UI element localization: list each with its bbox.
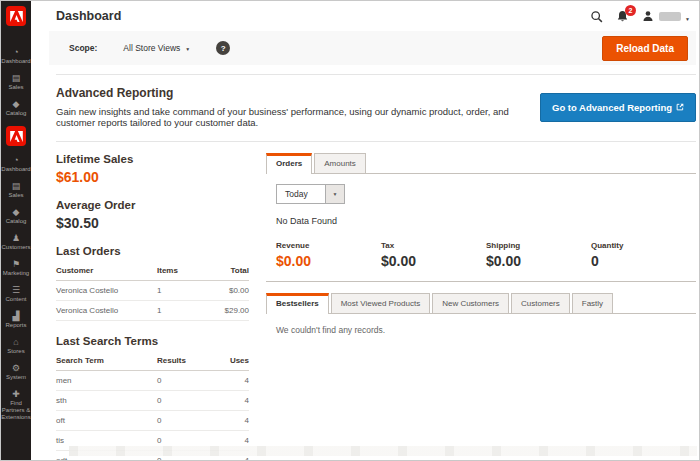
tab-bestsellers[interactable]: Bestsellers bbox=[266, 293, 329, 314]
sidebar-nav-top: ◔ Dashboard ▤ Sales ◆ Catalog bbox=[1, 42, 31, 120]
metric-tax: Tax $0.00 bbox=[381, 241, 486, 269]
bestsellers-tabs: Bestsellers Most Viewed Products New Cus… bbox=[266, 293, 696, 314]
system-icon: ⚙ bbox=[1, 363, 31, 373]
account-menu[interactable] bbox=[642, 7, 690, 25]
average-order-stat: Average Order $30.50 bbox=[56, 199, 249, 231]
stats-column: Lifetime Sales $61.00 Average Order $30.… bbox=[56, 153, 249, 461]
sidebar-item-content[interactable]: ☰ Content bbox=[1, 280, 31, 306]
help-icon[interactable] bbox=[216, 41, 230, 55]
dashboard-grid: Lifetime Sales $61.00 Average Order $30.… bbox=[56, 142, 696, 461]
sidebar: ◔ Dashboard ▤ Sales ◆ Catalog ◔ Dashboar… bbox=[1, 1, 31, 460]
last-search-terms-title: Last Search Terms bbox=[56, 335, 249, 347]
main-content: Dashboard 2 Scope: All Store Views bbox=[31, 1, 700, 460]
marketing-icon: ⚑ bbox=[1, 259, 31, 269]
catalog-icon: ◆ bbox=[1, 207, 31, 217]
no-data-text: No Data Found bbox=[276, 216, 696, 226]
sidebar-item-dashboard[interactable]: ◔ Dashboard bbox=[1, 150, 31, 176]
average-order-label: Average Order bbox=[56, 199, 249, 211]
tab-new-customers[interactable]: New Customers bbox=[432, 293, 509, 313]
tab-amounts[interactable]: Amounts bbox=[314, 153, 366, 173]
advanced-reporting-banner: Advanced Reporting Gain new insights and… bbox=[56, 74, 696, 142]
store-view-switcher[interactable]: All Store Views bbox=[123, 43, 190, 53]
metric-shipping: Shipping $0.00 bbox=[486, 241, 591, 269]
orders-panel-body: Today No Data Found Revenue $0.00 Tax bbox=[266, 174, 696, 281]
sidebar-item-sales[interactable]: ▤ Sales bbox=[1, 68, 31, 94]
lifetime-sales-stat: Lifetime Sales $61.00 bbox=[56, 153, 249, 185]
last-orders-title: Last Orders bbox=[56, 245, 249, 257]
reports-icon: ▟ bbox=[1, 311, 31, 321]
col-customer: Customer bbox=[56, 262, 157, 281]
chevron-down-icon bbox=[185, 43, 190, 53]
reports-column: Orders Amounts Today No Data Found Reven… bbox=[266, 153, 696, 461]
sales-icon: ▤ bbox=[1, 181, 31, 191]
sales-icon: ▤ bbox=[1, 73, 31, 83]
orders-tabs: Orders Amounts bbox=[266, 153, 696, 174]
sidebar-item-system[interactable]: ⚙ System bbox=[1, 358, 31, 384]
sidebar-item-customers[interactable]: ♟ Customers bbox=[1, 228, 31, 254]
last-orders-section: Last Orders Customer Items Total Veronic… bbox=[56, 245, 249, 321]
table-row: Veronica Costello 1 $0.00 bbox=[56, 281, 249, 301]
customers-icon: ♟ bbox=[1, 233, 31, 243]
magento-admin-dashboard: ◔ Dashboard ▤ Sales ◆ Catalog ◔ Dashboar… bbox=[0, 0, 700, 461]
header-actions: 2 bbox=[590, 7, 690, 25]
no-records-text: We couldn't find any records. bbox=[276, 325, 696, 335]
sidebar-item-stores[interactable]: ⌂ Stores bbox=[1, 332, 31, 358]
advanced-reporting-description: Gain new insights and take command of yo… bbox=[56, 106, 540, 128]
scope-label: Scope: bbox=[69, 43, 97, 53]
tab-fastly[interactable]: Fastly bbox=[572, 293, 613, 313]
bestsellers-panel-body: We couldn't find any records. bbox=[266, 314, 696, 335]
username-redacted bbox=[659, 12, 681, 21]
content-icon: ☰ bbox=[1, 285, 31, 295]
sidebar-item-sales[interactable]: ▤ Sales bbox=[1, 176, 31, 202]
sidebar-item-marketing[interactable]: ⚑ Marketing bbox=[1, 254, 31, 280]
stores-icon: ⌂ bbox=[1, 337, 31, 347]
tab-customers[interactable]: Customers bbox=[511, 293, 570, 313]
table-row: men 0 4 bbox=[56, 371, 249, 391]
sidebar-item-dashboard[interactable]: ◔ Dashboard bbox=[1, 42, 31, 68]
sidebar-item-catalog[interactable]: ◆ Catalog bbox=[1, 202, 31, 228]
col-results: Results bbox=[157, 352, 209, 371]
sidebar-item-reports[interactable]: ▟ Reports bbox=[1, 306, 31, 332]
dashboard-icon: ◔ bbox=[1, 155, 31, 165]
go-to-advanced-reporting-button[interactable]: Go to Advanced Reporting bbox=[540, 93, 696, 122]
footer-watermark bbox=[69, 446, 697, 456]
lifetime-sales-label: Lifetime Sales bbox=[56, 153, 249, 165]
period-select[interactable]: Today bbox=[276, 184, 345, 204]
order-metrics: Revenue $0.00 Tax $0.00 Shipping $0.00 bbox=[276, 241, 696, 281]
last-search-terms-table: Search Term Results Uses men 0 4 bbox=[56, 352, 249, 461]
scope-bar: Scope: All Store Views Reload Data bbox=[49, 31, 696, 65]
advanced-reporting-title: Advanced Reporting bbox=[56, 86, 540, 100]
sidebar-nav-main: ◔ Dashboard ▤ Sales ◆ Catalog ♟ Customer… bbox=[1, 150, 31, 424]
table-row: sth 0 4 bbox=[56, 391, 249, 411]
advanced-reporting-text: Advanced Reporting Gain new insights and… bbox=[56, 86, 540, 128]
find-partners-icon: ✚ bbox=[1, 389, 31, 399]
metric-quantity: Quantity 0 bbox=[591, 241, 696, 269]
catalog-icon: ◆ bbox=[1, 99, 31, 109]
sidebar-item-find-partners[interactable]: ✚ Find Partners & Extensions bbox=[1, 384, 31, 424]
notification-badge: 2 bbox=[625, 5, 636, 16]
sidebar-item-label: Dashboard bbox=[1, 58, 31, 65]
col-search-term: Search Term bbox=[56, 352, 157, 371]
col-total: Total bbox=[209, 262, 249, 281]
lifetime-sales-value: $61.00 bbox=[56, 169, 249, 185]
reload-data-button[interactable]: Reload Data bbox=[602, 36, 688, 61]
tab-most-viewed-products[interactable]: Most Viewed Products bbox=[331, 293, 430, 313]
tab-orders[interactable]: Orders bbox=[266, 153, 312, 174]
sidebar-item-catalog[interactable]: ◆ Catalog bbox=[1, 94, 31, 120]
last-orders-table: Customer Items Total Veronica Costello 1… bbox=[56, 262, 249, 321]
chevron-down-icon bbox=[685, 7, 690, 25]
table-row: Veronica Costello 1 $29.00 bbox=[56, 301, 249, 321]
external-link-icon bbox=[676, 103, 684, 111]
search-icon[interactable] bbox=[590, 10, 603, 23]
metric-revenue: Revenue $0.00 bbox=[276, 241, 381, 269]
orders-panel: Orders Amounts Today No Data Found Reven… bbox=[266, 153, 696, 282]
col-items: Items bbox=[157, 262, 209, 281]
sidebar-item-label: Sales bbox=[1, 84, 31, 91]
adobe-logo-icon[interactable] bbox=[6, 6, 26, 26]
sidebar-item-label: Catalog bbox=[1, 110, 31, 117]
notifications-bell-icon[interactable]: 2 bbox=[616, 10, 629, 23]
chevron-down-icon bbox=[325, 185, 344, 203]
adobe-logo-icon[interactable] bbox=[6, 126, 26, 146]
table-row: oft 0 4 bbox=[56, 411, 249, 431]
col-uses: Uses bbox=[209, 352, 249, 371]
